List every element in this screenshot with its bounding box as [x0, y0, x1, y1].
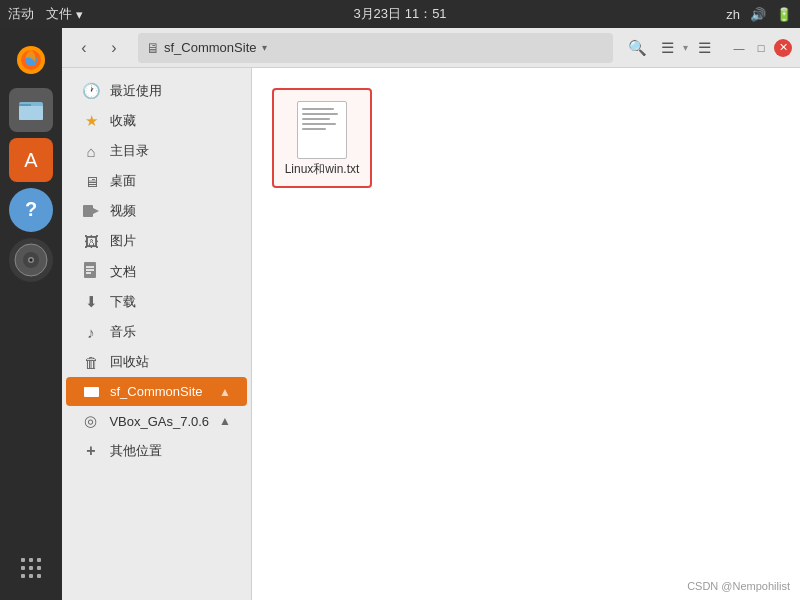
search-button[interactable]: 🔍: [623, 34, 651, 62]
file-item-linux[interactable]: Linux和win.txt: [272, 88, 372, 188]
lang-indicator[interactable]: zh: [726, 7, 740, 22]
other-locations-icon: +: [82, 442, 100, 460]
sidebar-vboxgas-label: VBox_GAs_7.0.6: [109, 414, 209, 429]
sidebar-sf-commonsite-label: sf_CommonSite: [110, 384, 202, 399]
minimize-button[interactable]: —: [730, 39, 748, 57]
sidebar: 🕐 最近使用 ★ 收藏 ⌂ 主目录 🖥 桌面 视频: [62, 68, 252, 600]
sidebar-item-bookmarks[interactable]: ★ 收藏: [66, 106, 247, 136]
recent-icon: 🕐: [82, 82, 100, 100]
sidebar-bookmarks-label: 收藏: [110, 112, 136, 130]
svg-text:?: ?: [25, 198, 37, 220]
view-list-button[interactable]: ☰: [653, 34, 681, 62]
sidebar-videos-label: 视频: [110, 202, 136, 220]
svg-rect-16: [37, 558, 41, 562]
sidebar-item-pictures[interactable]: 🖼 图片: [66, 226, 247, 256]
svg-rect-23: [83, 205, 93, 217]
sidebar-item-home[interactable]: ⌂ 主目录: [66, 136, 247, 166]
datetime-label: 3月23日 11：51: [353, 5, 446, 23]
file-name-linux: Linux和win.txt: [285, 162, 360, 178]
dock-grid-icon[interactable]: [9, 546, 53, 590]
svg-text:A: A: [24, 149, 38, 171]
dock-firefox-icon[interactable]: [9, 38, 53, 82]
sidebar-item-other[interactable]: + 其他位置: [66, 436, 247, 466]
location-dropdown-icon[interactable]: ▾: [262, 42, 267, 53]
svg-rect-15: [29, 558, 33, 562]
sidebar-item-sf-commonsite[interactable]: sf_CommonSite ▲: [66, 377, 247, 406]
files-dropdown-icon: ▾: [76, 7, 83, 22]
videos-icon: [82, 203, 100, 220]
svg-rect-22: [37, 574, 41, 578]
close-button[interactable]: ✕: [774, 39, 792, 57]
desktop-icon: 🖥: [82, 173, 100, 190]
menu-button[interactable]: ☰: [690, 34, 718, 62]
sf-commonsite-eject-icon[interactable]: ▲: [219, 385, 231, 399]
activity-label[interactable]: 活动: [8, 5, 34, 23]
location-folder-icon: 🖥: [146, 40, 160, 56]
sidebar-item-documents[interactable]: 文档: [66, 256, 247, 287]
pictures-icon: 🖼: [82, 233, 100, 250]
sidebar-item-vboxgas[interactable]: ◎ VBox_GAs_7.0.6 ▲: [66, 406, 247, 436]
sidebar-other-label: 其他位置: [110, 442, 162, 460]
svg-rect-5: [19, 106, 43, 120]
content-area: 🕐 最近使用 ★ 收藏 ⌂ 主目录 🖥 桌面 视频: [62, 68, 800, 600]
svg-point-13: [30, 259, 33, 262]
sidebar-music-label: 音乐: [110, 323, 136, 341]
vboxgas-icon: ◎: [82, 412, 99, 430]
forward-button[interactable]: ›: [100, 34, 128, 62]
files-label: 文件: [46, 5, 72, 23]
svg-rect-4: [19, 104, 31, 106]
dock-disc-icon[interactable]: [9, 238, 53, 282]
title-bar: ‹ › 🖥 sf_CommonSite ▾ 🔍 ☰ ▾ ☰ — □ ✕: [62, 28, 800, 68]
sidebar-desktop-label: 桌面: [110, 172, 136, 190]
sidebar-item-music[interactable]: ♪ 音乐: [66, 317, 247, 347]
watermark: CSDN @Nempohilist: [687, 580, 790, 592]
toolbar-actions: 🔍 ☰ ▾ ☰: [623, 34, 718, 62]
location-bar[interactable]: 🖥 sf_CommonSite ▾: [138, 33, 613, 63]
view-dropdown-icon[interactable]: ▾: [683, 42, 688, 53]
dock: A ?: [0, 28, 62, 600]
sf-commonsite-icon: [82, 383, 100, 400]
txt-line-4: [302, 123, 336, 125]
svg-rect-17: [21, 566, 25, 570]
sidebar-downloads-label: 下载: [110, 293, 136, 311]
sidebar-documents-label: 文档: [110, 263, 136, 281]
sidebar-item-videos[interactable]: 视频: [66, 196, 247, 226]
txt-line-2: [302, 113, 338, 115]
volume-icon[interactable]: 🔊: [750, 7, 766, 22]
file-manager-window: ‹ › 🖥 sf_CommonSite ▾ 🔍 ☰ ▾ ☰ — □ ✕ 🕐 最近…: [62, 28, 800, 600]
maximize-button[interactable]: □: [752, 39, 770, 57]
dock-help-icon[interactable]: ?: [9, 188, 53, 232]
svg-rect-19: [37, 566, 41, 570]
bookmarks-icon: ★: [82, 112, 100, 130]
trash-icon: 🗑: [82, 354, 100, 371]
dock-files-icon[interactable]: [9, 88, 53, 132]
sidebar-item-recent[interactable]: 🕐 最近使用: [66, 76, 247, 106]
sidebar-item-desktop[interactable]: 🖥 桌面: [66, 166, 247, 196]
back-button[interactable]: ‹: [70, 34, 98, 62]
documents-icon: [82, 262, 100, 281]
sidebar-trash-label: 回收站: [110, 353, 149, 371]
txt-line-3: [302, 118, 330, 120]
dock-appstore-icon[interactable]: A: [9, 138, 53, 182]
txt-line-5: [302, 128, 326, 130]
downloads-icon: ⬇: [82, 293, 100, 311]
file-area: Linux和win.txt: [252, 68, 800, 600]
svg-rect-14: [21, 558, 25, 562]
sidebar-recent-label: 最近使用: [110, 82, 162, 100]
svg-rect-30: [84, 387, 90, 389]
svg-marker-24: [93, 208, 99, 214]
svg-rect-20: [21, 574, 25, 578]
sidebar-item-downloads[interactable]: ⬇ 下载: [66, 287, 247, 317]
files-menu[interactable]: 文件 ▾: [46, 5, 83, 23]
file-icon-wrapper: [292, 98, 352, 162]
window-controls: — □ ✕: [730, 39, 792, 57]
battery-icon[interactable]: 🔋: [776, 7, 792, 22]
sidebar-home-label: 主目录: [110, 142, 149, 160]
location-text: sf_CommonSite: [164, 40, 256, 55]
sidebar-item-trash[interactable]: 🗑 回收站: [66, 347, 247, 377]
vboxgas-eject-icon[interactable]: ▲: [219, 414, 231, 428]
svg-rect-21: [29, 574, 33, 578]
txt-file-icon: [297, 101, 347, 159]
svg-rect-18: [29, 566, 33, 570]
home-icon: ⌂: [82, 143, 100, 160]
